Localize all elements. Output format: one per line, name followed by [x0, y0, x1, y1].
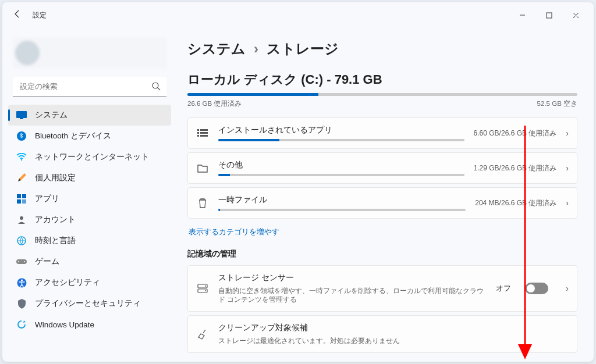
sidebar: システム Bluetooth とデバイス ネットワークとインターネット 個人用設…	[2, 28, 177, 362]
toggle-state-label: オフ	[496, 283, 511, 294]
minimize-button[interactable]	[509, 6, 535, 24]
accessibility-icon	[16, 277, 27, 288]
person-icon	[16, 215, 27, 225]
sidebar-item-accounts[interactable]: アカウント	[8, 209, 171, 230]
search-input[interactable]	[13, 77, 166, 97]
storage-sense-setting[interactable]: ストレージ センサー 自動的に空き領域を増やす、一時ファイルを削除する、ローカル…	[187, 265, 577, 312]
user-account-block[interactable]	[13, 37, 166, 69]
svg-point-9	[21, 159, 22, 160]
wifi-icon	[16, 152, 27, 162]
storage-management-heading: 記憶域の管理	[187, 249, 577, 259]
cleanup-recommendations-setting[interactable]: クリーンアップ対象候補 ストレージは最適化されています。対処は必要ありません	[187, 315, 577, 353]
maximize-button[interactable]	[535, 6, 562, 24]
svg-rect-23	[197, 132, 199, 134]
sidebar-item-accessibility[interactable]: アクセシビリティ	[8, 272, 171, 293]
svg-point-17	[18, 261, 19, 262]
category-stat: 6.60 GB/26.6 GB 使用済み	[474, 129, 557, 138]
sidebar-item-windows-update[interactable]: Windows Update	[8, 314, 171, 335]
drive-icon	[196, 282, 209, 295]
svg-rect-24	[200, 132, 208, 134]
svg-point-14	[20, 216, 23, 220]
disk-usage-bar	[187, 93, 577, 96]
svg-rect-25	[197, 135, 199, 137]
chevron-right-icon: ›	[566, 284, 569, 293]
svg-point-18	[24, 261, 25, 262]
storage-sense-toggle[interactable]	[525, 283, 548, 294]
sidebar-item-label: 時刻と言語	[35, 235, 76, 246]
main-content: システム › ストレージ ローカル ディスク (C:) - 79.1 GB 26…	[177, 28, 594, 362]
folder-icon	[196, 162, 209, 174]
svg-rect-6	[16, 111, 27, 118]
sidebar-item-label: Windows Update	[35, 320, 94, 329]
svg-point-4	[152, 83, 158, 88]
broom-icon	[196, 328, 209, 341]
category-title: インストールされているアプリ	[218, 125, 464, 135]
svg-rect-22	[200, 129, 208, 131]
display-icon	[16, 110, 27, 120]
category-installed-apps[interactable]: インストールされているアプリ 6.60 GB/26.6 GB 使用済み ›	[187, 117, 577, 149]
sidebar-item-label: ネットワークとインターネット	[35, 152, 149, 162]
chevron-right-icon: ›	[566, 163, 569, 173]
sidebar-item-label: アクセシビリティ	[35, 277, 100, 288]
svg-rect-16	[16, 259, 27, 264]
search-icon	[151, 81, 161, 93]
back-button[interactable]	[13, 9, 22, 21]
sidebar-item-label: アカウント	[35, 215, 76, 225]
sidebar-item-bluetooth[interactable]: Bluetooth とデバイス	[8, 126, 171, 147]
bluetooth-icon	[16, 131, 27, 141]
sidebar-item-label: 個人用設定	[35, 173, 76, 183]
category-title: その他	[218, 160, 464, 170]
sidebar-item-label: システム	[35, 110, 68, 120]
show-more-categories-link[interactable]: 表示するカテゴリを増やす	[189, 227, 279, 237]
breadcrumb: システム › ストレージ	[187, 40, 577, 58]
sidebar-item-gaming[interactable]: ゲーム	[8, 251, 171, 272]
svg-rect-26	[200, 135, 208, 137]
svg-rect-7	[20, 118, 23, 119]
category-stat: 204 MB/26.6 GB 使用済み	[475, 198, 556, 208]
category-title: 一時ファイル	[218, 195, 466, 205]
svg-point-29	[205, 286, 206, 287]
chevron-right-icon: ›	[566, 129, 569, 138]
category-temp-files[interactable]: 一時ファイル 204 MB/26.6 GB 使用済み ›	[187, 187, 577, 219]
category-other[interactable]: その他 1.29 GB/26.6 GB 使用済み ›	[187, 152, 577, 184]
globe-clock-icon	[16, 235, 27, 246]
disk-used-label: 26.6 GB 使用済み	[187, 99, 242, 108]
sidebar-item-time-language[interactable]: 時刻と言語	[8, 230, 171, 251]
apps-icon	[16, 194, 27, 204]
setting-description: 自動的に空き領域を増やす、一時ファイルを削除する、ローカルで利用可能なクラウド …	[218, 287, 487, 304]
category-stat: 1.29 GB/26.6 GB 使用済み	[474, 163, 557, 173]
disk-free-label: 52.5 GB 空き	[537, 99, 577, 108]
svg-rect-13	[22, 199, 26, 204]
sidebar-item-network[interactable]: ネットワークとインターネット	[8, 147, 171, 167]
svg-point-20	[20, 279, 22, 281]
settings-window: 設定 システム Bluetooth	[2, 2, 594, 362]
breadcrumb-separator: ›	[254, 41, 258, 57]
setting-title: ストレージ センサー	[218, 273, 487, 283]
svg-rect-10	[17, 194, 21, 198]
sidebar-item-system[interactable]: システム	[8, 105, 171, 126]
disk-usage-fill	[187, 93, 318, 96]
svg-rect-1	[547, 13, 552, 18]
update-icon	[16, 319, 27, 330]
svg-rect-21	[197, 129, 199, 131]
svg-rect-11	[22, 194, 26, 198]
breadcrumb-storage: ストレージ	[267, 40, 339, 58]
sidebar-item-privacy[interactable]: プライバシーとセキュリティ	[8, 293, 171, 314]
disk-title: ローカル ディスク (C:) - 79.1 GB	[187, 71, 577, 88]
sidebar-item-label: ゲーム	[35, 256, 59, 267]
apps-list-icon	[196, 127, 209, 140]
titlebar: 設定	[2, 2, 594, 28]
svg-rect-12	[17, 199, 21, 204]
sidebar-item-label: プライバシーとセキュリティ	[35, 298, 141, 309]
app-title: 設定	[33, 10, 47, 20]
setting-title: クリーンアップ対象候補	[218, 323, 569, 333]
svg-line-5	[158, 88, 160, 90]
close-button[interactable]	[562, 6, 589, 24]
trash-icon	[196, 197, 209, 209]
shield-icon	[16, 298, 27, 309]
sidebar-item-personalization[interactable]: 個人用設定	[8, 167, 171, 188]
breadcrumb-system[interactable]: システム	[187, 40, 246, 58]
sidebar-item-apps[interactable]: アプリ	[8, 188, 171, 209]
paintbrush-icon	[16, 173, 27, 183]
setting-description: ストレージは最適化されています。対処は必要ありません	[218, 337, 569, 345]
